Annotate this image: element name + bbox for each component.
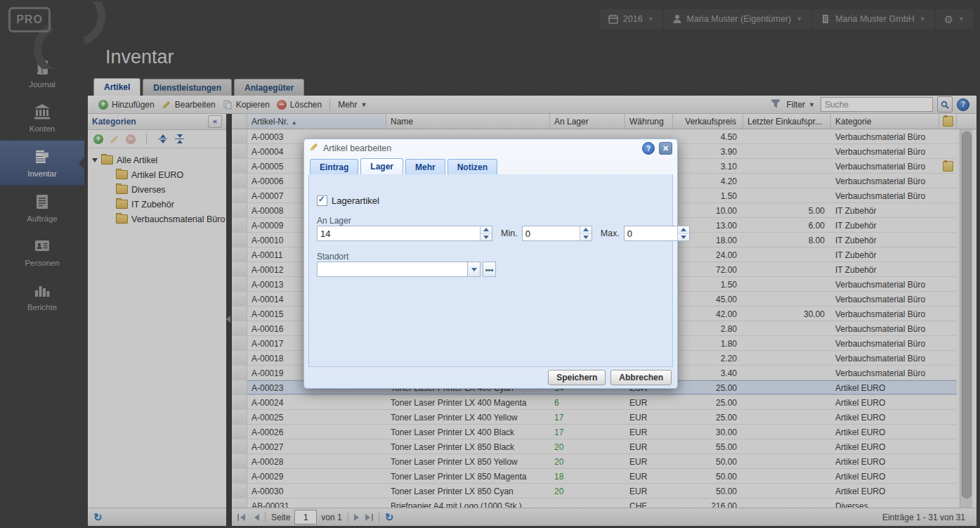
min-field-label: Min. bbox=[501, 228, 518, 238]
save-button[interactable]: Speichern bbox=[548, 370, 606, 385]
standort-field-label: Standort bbox=[317, 252, 348, 262]
dialog-footer: Speichern Abbrechen bbox=[304, 367, 677, 388]
dialog-tabstrip: Eintrag Lager Mehr Notizen bbox=[308, 157, 673, 175]
an-lager-spinner bbox=[317, 226, 492, 241]
app-window: PRO 2016 ▼ Maria Muster (Eigentümer) ▼ bbox=[0, 0, 980, 528]
lagerartikel-checkbox[interactable] bbox=[317, 195, 327, 206]
dialog-tab-eintrag[interactable]: Eintrag bbox=[310, 159, 358, 174]
min-spinner bbox=[522, 226, 592, 241]
max-field-label: Max. bbox=[601, 228, 620, 238]
standort-browse-button[interactable]: ••• bbox=[483, 262, 496, 277]
spinner-up-button[interactable] bbox=[580, 226, 592, 234]
spinner-down-button[interactable] bbox=[678, 234, 689, 241]
pencil-icon bbox=[309, 142, 319, 155]
an-lager-input[interactable] bbox=[317, 226, 492, 241]
lagerartikel-checkbox-label: Lagerartikel bbox=[332, 195, 379, 206]
dialog-tab-mehr[interactable]: Mehr bbox=[405, 159, 445, 174]
dialog-body: Lagerartikel An Lager Min. Max. bbox=[308, 174, 673, 367]
dialog-help-icon[interactable]: ? bbox=[642, 142, 655, 155]
spinner-down-button[interactable] bbox=[580, 234, 592, 241]
an-lager-field-label: An Lager bbox=[317, 216, 351, 226]
dialog-title: Artikel bearbeiten bbox=[323, 143, 638, 153]
combo-dropdown-button[interactable] bbox=[467, 262, 481, 277]
close-icon[interactable]: ✕ bbox=[659, 142, 672, 155]
spinner-up-button[interactable] bbox=[678, 226, 689, 234]
dialog-header[interactable]: Artikel bearbeiten ? ✕ bbox=[304, 139, 677, 157]
spinner-up-button[interactable] bbox=[481, 226, 492, 234]
spinner-down-button[interactable] bbox=[481, 234, 492, 241]
max-spinner bbox=[624, 226, 690, 241]
edit-article-dialog: Artikel bearbeiten ? ✕ Eintrag Lager Meh… bbox=[303, 139, 678, 389]
dialog-tab-notizen[interactable]: Notizen bbox=[447, 159, 497, 174]
dialog-tab-lager[interactable]: Lager bbox=[360, 158, 403, 175]
cancel-button[interactable]: Abbrechen bbox=[610, 370, 672, 385]
standort-combo-input[interactable] bbox=[317, 262, 467, 277]
